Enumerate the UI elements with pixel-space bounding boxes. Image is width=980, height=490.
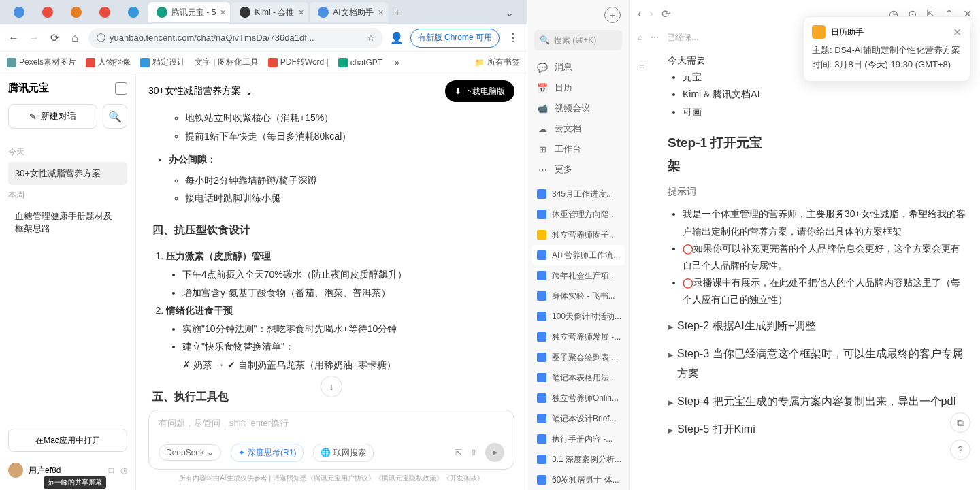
search-button[interactable]: 🔍 [103, 104, 127, 129]
chat-input[interactable]: 有问题，尽管问，shift+enter换行 DeepSeek ⌄ ✦ 深度思考(… [148, 410, 514, 470]
panel-toggle-icon[interactable] [115, 82, 127, 95]
list-item: 我是一个体重管理的营养师，主要服务30+女性减脂，希望给我的客户输出定制化的营养… [683, 206, 966, 240]
close-icon[interactable]: ✕ [298, 8, 304, 17]
doc-item[interactable]: 独立营养师圈子... [527, 225, 629, 245]
collapsible-step[interactable]: ▶Step-2 根据AI生成判断+调整 [668, 316, 966, 336]
deep-think-toggle[interactable]: ✦ 深度思考(R1) [231, 444, 304, 462]
open-in-mac-button[interactable]: 在Mac应用中打开 [8, 429, 127, 452]
scroll-down-button[interactable]: ↓ [321, 376, 342, 397]
all-bookmarks[interactable]: 📁 所有书签 [474, 56, 520, 68]
caret-right-icon: ▶ [668, 321, 673, 334]
chat-history-item[interactable]: 血糖管理健康手册题材及框架思路 [8, 205, 127, 240]
outline-icon[interactable]: ≡ [638, 61, 644, 74]
home-icon[interactable]: ⌂ [638, 33, 642, 42]
doc-item[interactable]: 100天倒计时活动... [527, 306, 629, 327]
doc-item[interactable]: 独立营养师Onlin... [527, 388, 629, 408]
doc-item[interactable]: 身体实验 - 飞书... [527, 286, 629, 306]
nav-more[interactable]: ⋯更多 [527, 159, 629, 180]
back-button[interactable]: ← [7, 31, 20, 45]
send-button[interactable]: ➤ [485, 443, 504, 462]
bookmark[interactable]: 文字 | 图标化工具 [195, 56, 259, 68]
workspace-search[interactable]: 🔍 搜索 (⌘+K) [534, 30, 622, 50]
model-select[interactable]: DeepSeek ⌄ [159, 444, 221, 461]
list-item: 地铁站立时收紧核心（消耗+15%） [185, 109, 510, 127]
nav-video[interactable]: 📹视频会议 [527, 98, 629, 118]
profile-icon[interactable]: 👤 [390, 31, 404, 45]
reload-button[interactable]: ⟳ [48, 31, 61, 45]
caret-right-icon: ▶ [668, 424, 673, 438]
doc-item[interactable]: 圈子聚会签到表 ... [527, 347, 629, 368]
tab[interactable] [5, 2, 33, 22]
bookmark[interactable]: PDF转Word | [268, 56, 329, 68]
download-desktop-button[interactable]: ⬇ 下载电脑版 [445, 80, 514, 102]
notif-time: 时间: 3月8日 (今天) 19:30 (GMT+8) [812, 59, 962, 71]
help-icon[interactable]: ? [950, 440, 970, 460]
reload-icon[interactable]: ⟳ [662, 7, 670, 20]
tab-dropdown[interactable]: ⌄ [505, 6, 521, 19]
doc-item[interactable]: 3.1 深度案例分析... [527, 449, 629, 470]
home-button[interactable]: ⌂ [68, 31, 82, 45]
attach-icon[interactable]: ⇱ [455, 448, 462, 457]
screen-share-badge: 范一峰的共享屏幕 [44, 476, 106, 489]
tab[interactable] [91, 2, 118, 22]
doc-list[interactable]: 345月工作进度...体重管理方向陪...独立营养师圈子...AI+营养师工作流… [527, 184, 629, 490]
close-icon[interactable]: ✕ [378, 8, 384, 17]
forward-button[interactable]: → [27, 31, 41, 45]
doc-item[interactable]: 笔记本表格用法... [527, 368, 629, 388]
chat-history-item[interactable]: 30+女性减脂营养方案 [8, 162, 127, 185]
breadcrumb[interactable]: 已经保... [667, 32, 698, 44]
nav-calendar[interactable]: 📅日历 [527, 78, 629, 98]
doc-icon [537, 271, 546, 280]
nav-docs[interactable]: ☁云文档 [527, 118, 629, 139]
tab-active[interactable]: 腾讯元宝 - 5✕ [148, 2, 230, 22]
doc-item[interactable]: 执行手册内容 -... [527, 429, 629, 449]
doc-item[interactable]: 60岁独居男士 体... [527, 470, 629, 490]
close-icon[interactable]: ✕ [953, 26, 962, 39]
browser-window: 腾讯元宝 - 5✕ Kimi - 会推✕ AI文档助手✕ + ⌄ ← → ⟳ ⌂… [0, 0, 527, 490]
doc-item[interactable]: 笔记本设计Brief... [527, 408, 629, 429]
tab[interactable] [120, 2, 147, 22]
url-input[interactable]: ⓘyuanbao.tencent.com/chat/naQivTmsDa/736… [88, 28, 383, 48]
phone-icon[interactable]: □ [109, 466, 114, 475]
add-button[interactable]: + [604, 7, 621, 23]
list-item: ✗ 奶茶 → ✔ 自制奶盖乌龙茶（用稀奶油+零卡糖） [182, 359, 396, 370]
tab[interactable]: AI文档助手✕ [310, 2, 387, 22]
chat-content[interactable]: 地铁站立时收紧核心（消耗+15%） 提前1站下车快走（每日多消耗80kcal） … [136, 109, 527, 403]
doc-item[interactable]: 跨年礼盒生产项... [527, 265, 629, 286]
tab[interactable]: Kimi - 会推✕ [231, 2, 308, 22]
bookmarks-overflow[interactable]: » [395, 58, 399, 67]
bookmark[interactable]: Pexels素材图片 [7, 56, 76, 68]
tab[interactable] [63, 2, 90, 22]
disclaimer-text: 所有内容均由AI生成仅供参考 | 请遵照知悉《腾讯元宝用户协议》《腾讯元宝隐私政… [148, 474, 514, 483]
bookmark[interactable]: 精定设计 [140, 56, 185, 68]
list-item: 如果你可以补充更完善的个人品牌信息会更好，这个方案会更有自己个人品牌的专属性。 [683, 243, 960, 271]
sub-heading: 提示词 [668, 183, 966, 200]
web-search-toggle[interactable]: 🌐 联网搜索 [313, 444, 374, 462]
forward-icon[interactable]: › [649, 7, 653, 20]
collapsible-step[interactable]: ▶Step-4 把元宝生成的专属方案内容复制出来，导出一个pdf [668, 392, 966, 412]
doc-item[interactable]: 独立营养师发展 -... [527, 327, 629, 347]
bookmark[interactable]: chatGPT [338, 58, 382, 67]
doc-item[interactable]: 体重管理方向陪... [527, 204, 629, 225]
collapsible-step[interactable]: ▶Step-3 当你已经满意这个框架时，可以生成最终的客户专属方案 [668, 344, 966, 384]
tab[interactable] [34, 2, 61, 22]
collapsible-step[interactable]: ▶Step-5 打开Kimi [668, 420, 966, 440]
doc-item[interactable]: AI+营养师工作流... [532, 245, 625, 265]
chrome-update-button[interactable]: 有新版 Chrome 可用 [410, 29, 500, 48]
close-icon[interactable]: ✕ [220, 8, 226, 17]
more-icon[interactable]: ⋯ [651, 33, 659, 42]
history-icon[interactable]: ◷ [120, 466, 127, 475]
new-chat-button[interactable]: ✎ 新建对话 [8, 104, 97, 129]
nav-messages[interactable]: 💬消息 [527, 57, 629, 78]
upload-icon[interactable]: ⇧ [470, 448, 477, 457]
doc-content[interactable]: 今天需要 元宝 Kimi & 腾讯文档AI 可画 Step-1 打开元宝架 提示… [654, 48, 980, 490]
back-icon[interactable]: ‹ [638, 7, 641, 20]
doc-item[interactable]: 345月工作进度... [527, 184, 629, 204]
menu-icon[interactable]: ⋮ [506, 31, 520, 45]
copy-icon[interactable]: ⧉ [950, 412, 970, 433]
list-item: 建立"快乐食物替换清单"： [182, 341, 294, 352]
nav-workbench[interactable]: ⊞工作台 [527, 139, 629, 159]
chat-title[interactable]: 30+女性减脂营养方案 ⌄ [148, 85, 253, 97]
bookmark[interactable]: 人物抠像 [86, 56, 131, 68]
new-tab-button[interactable]: + [389, 4, 406, 20]
